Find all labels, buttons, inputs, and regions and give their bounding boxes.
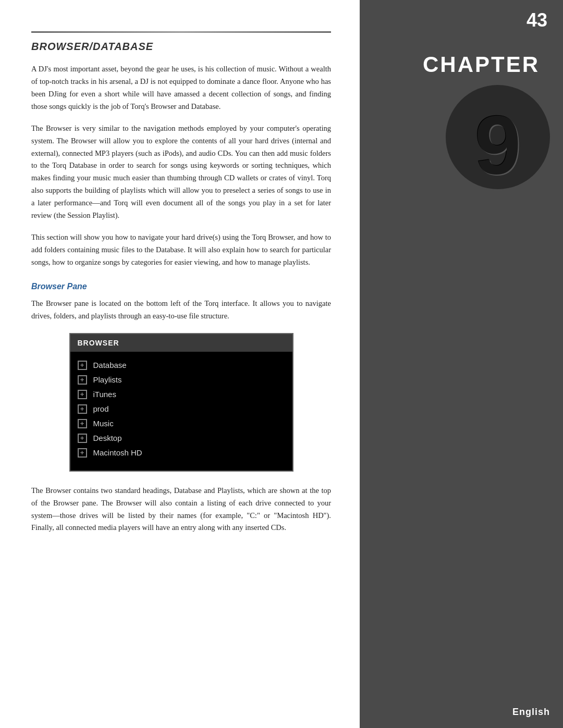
section-title: BROWSER/DATABASE bbox=[31, 41, 331, 53]
browser-list-item: +Database bbox=[78, 358, 285, 373]
browser-list-item: +Desktop bbox=[78, 431, 285, 446]
paragraph-3: This section will show you how to naviga… bbox=[31, 231, 331, 269]
browser-list-item: +iTunes bbox=[78, 387, 285, 402]
browser-list-item: +Music bbox=[78, 416, 285, 431]
chapter-number: 9 bbox=[475, 103, 521, 187]
browser-item-label: Music bbox=[93, 419, 114, 428]
expand-icon[interactable]: + bbox=[78, 361, 87, 370]
paragraph-1: A DJ's most important asset, beyond the … bbox=[31, 63, 331, 113]
subsection-title: Browser Pane bbox=[31, 282, 331, 291]
language-label: English bbox=[512, 707, 550, 718]
browser-header: BROWSER bbox=[70, 334, 292, 352]
paragraph-after-image: The Browser contains two standard headin… bbox=[31, 485, 331, 535]
expand-icon[interactable]: + bbox=[78, 390, 87, 399]
browser-item-label: Database bbox=[93, 361, 127, 369]
main-content: BROWSER/DATABASE A DJ's most important a… bbox=[0, 0, 360, 728]
browser-list-item: +Macintosh HD bbox=[78, 446, 285, 460]
expand-icon[interactable]: + bbox=[78, 448, 87, 458]
browser-item-label: prod bbox=[93, 404, 109, 413]
expand-icon[interactable]: + bbox=[78, 419, 87, 428]
subsection-body: The Browser pane is located on the botto… bbox=[31, 298, 331, 323]
sidebar: 43 CHAPTER 9 English bbox=[360, 0, 563, 728]
chapter-label: CHAPTER bbox=[360, 52, 563, 77]
expand-icon[interactable]: + bbox=[78, 375, 87, 385]
browser-item-label: iTunes bbox=[93, 390, 116, 399]
expand-icon[interactable]: + bbox=[78, 404, 87, 414]
browser-header-text: BROWSER bbox=[78, 339, 119, 347]
expand-icon[interactable]: + bbox=[78, 434, 87, 443]
section-divider bbox=[31, 31, 331, 33]
page-number: 43 bbox=[527, 9, 547, 31]
browser-item-label: Macintosh HD bbox=[93, 448, 142, 457]
browser-list-item: +prod bbox=[78, 402, 285, 416]
browser-list-item: +Playlists bbox=[78, 373, 285, 387]
paragraph-2: The Browser is very similar to the navig… bbox=[31, 122, 331, 222]
browser-screenshot: BROWSER +Database+Playlists+iTunes+prod+… bbox=[69, 333, 293, 472]
chapter-number-container: 9 bbox=[446, 85, 550, 189]
browser-item-label: Desktop bbox=[93, 434, 122, 442]
browser-item-label: Playlists bbox=[93, 375, 122, 384]
chapter-word: CHAPTER bbox=[360, 52, 553, 77]
browser-content: +Database+Playlists+iTunes+prod+Music+De… bbox=[70, 352, 292, 471]
